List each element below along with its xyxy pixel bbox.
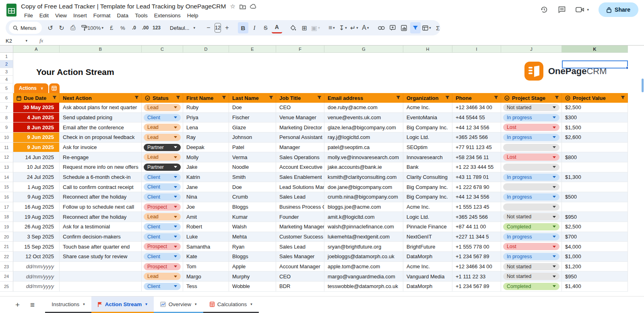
job-title-cell[interactable]: Sales Enablement [276, 172, 324, 182]
due-date-cell[interactable]: 9 Aug 2025 [13, 192, 60, 202]
version-history-icon[interactable] [540, 6, 548, 14]
phone-cell[interactable]: +12 3466 34 00 [452, 262, 501, 272]
organization-cell[interactable]: Bank [403, 162, 452, 172]
last-name-cell[interactable]: Fischer [229, 113, 276, 123]
organization-cell[interactable]: Acme Inc. [403, 262, 452, 272]
row-header-25[interactable]: 25 [0, 282, 13, 292]
last-name-cell[interactable]: Wobble [229, 282, 276, 292]
format-percent-button[interactable]: % [118, 22, 128, 33]
status-chip[interactable]: Client [144, 183, 181, 191]
project-value-cell[interactable] [562, 202, 628, 212]
row-header-4[interactable]: 4 [0, 76, 13, 83]
project-value-cell[interactable]: $1,000 [562, 252, 628, 262]
status-chip[interactable]: Client [144, 253, 181, 260]
phone-cell[interactable]: +1 555 123 45 [452, 202, 501, 212]
row-header-11[interactable]: 11 [0, 143, 13, 153]
row-header-15[interactable]: 15 [0, 182, 13, 192]
menu-insert[interactable]: Insert [70, 12, 90, 19]
email-cell[interactable]: sryan@brightfuture.org [324, 242, 403, 252]
status-chip[interactable]: Client [144, 174, 181, 181]
organization-cell[interactable]: Acme Inc. [403, 202, 452, 212]
row-header-24[interactable]: 24 [0, 272, 13, 282]
phone-cell[interactable]: +1 111 22 33 [452, 272, 501, 282]
chip-dropdown-arrow[interactable] [174, 116, 177, 118]
phone-cell[interactable]: +1 234 567 89 [452, 282, 501, 292]
due-date-cell[interactable]: 10 Jul 2025 [13, 162, 60, 172]
job-title-cell[interactable]: Founder [276, 212, 324, 222]
project-value-cell[interactable]: $4,000 [562, 242, 628, 252]
phone-cell[interactable]: +77 911 123 45 [452, 143, 501, 153]
table-header-organization[interactable]: Organization [403, 93, 452, 103]
next-action-cell[interactable]: Re-engage [60, 152, 142, 162]
sheet-tab-caret[interactable]: ▾ [145, 302, 147, 306]
job-title-cell[interactable]: Marketing Director [276, 122, 324, 133]
column-header-I[interactable]: I [452, 46, 501, 53]
row-header-5[interactable]: 5 [0, 83, 13, 93]
last-name-cell[interactable]: Smith [229, 172, 276, 182]
email-cell[interactable]: patel@seoptim.ca [324, 143, 403, 153]
last-name-cell[interactable]: Murphy [229, 272, 276, 282]
insert-chart-button[interactable] [399, 22, 409, 33]
status-chip[interactable]: Lead [144, 273, 181, 280]
chip-dropdown-arrow[interactable] [174, 176, 177, 178]
row-header-6[interactable]: 6 [0, 93, 13, 103]
sheet-tab-overview[interactable]: Overview▾ [154, 296, 203, 313]
vertical-scrollbar-thumb[interactable] [642, 79, 644, 92]
chip-dropdown-arrow[interactable] [553, 236, 556, 238]
last-name-cell[interactable]: Verma [229, 152, 276, 162]
status-chip[interactable]: Client [144, 114, 181, 121]
chip-dropdown-arrow[interactable] [174, 226, 177, 228]
first-name-cell[interactable]: Samantha [183, 242, 229, 252]
organization-cell[interactable]: Logic Ltd. [403, 133, 452, 143]
chip-dropdown-arrow[interactable] [174, 156, 177, 158]
chip-dropdown-arrow[interactable] [553, 156, 556, 158]
menu-data[interactable]: Data [114, 12, 132, 19]
job-title-cell[interactable]: Sales Lead [276, 242, 324, 252]
email-cell[interactable]: glaze.lena@bigcompany.com [324, 122, 403, 133]
phone-cell[interactable]: +44 12 34 556 [452, 192, 501, 202]
stage-chip[interactable] [503, 144, 559, 151]
last-name-cell[interactable]: Apple [229, 262, 276, 272]
first-name-cell[interactable]: Jake [183, 162, 229, 172]
horizontal-align-button[interactable]: ≡▾ [326, 22, 337, 33]
organization-cell[interactable]: SEOptim [403, 143, 452, 153]
chip-dropdown-arrow[interactable] [553, 246, 556, 248]
organization-cell[interactable]: Big Company Inc. [403, 182, 452, 192]
sheet-tab-actionstream[interactable]: Action Stream▾ [91, 296, 154, 313]
job-title-cell[interactable]: Manager [276, 143, 324, 153]
project-value-cell[interactable] [562, 143, 628, 153]
first-name-cell[interactable]: Kate [183, 252, 229, 262]
job-title-cell[interactable]: BDR [276, 282, 324, 292]
fill-handle[interactable] [626, 66, 628, 69]
column-header-K[interactable]: K [562, 46, 628, 53]
due-date-cell[interactable]: dd/mm/yyyy [13, 282, 60, 292]
organization-cell[interactable]: BrightFuture [403, 242, 452, 252]
meet-video-icon[interactable]: ▾ [576, 6, 589, 13]
email-cell[interactable]: ray.j@logicltd.com [324, 133, 403, 143]
email-cell[interactable]: venue@events.uk.com [324, 113, 403, 123]
google-sheets-icon[interactable] [6, 3, 17, 17]
italic-button[interactable]: I [249, 22, 260, 33]
menu-help[interactable]: Help [184, 12, 202, 19]
chip-dropdown-arrow[interactable] [553, 116, 556, 118]
row-header-9[interactable]: 9 [0, 122, 13, 133]
chip-dropdown-arrow[interactable] [553, 276, 556, 278]
last-name-cell[interactable]: Mehta [229, 232, 276, 242]
project-value-cell[interactable] [562, 162, 628, 172]
phone-cell[interactable]: +1 222 678 90 [452, 182, 501, 192]
filter-icon[interactable] [555, 95, 559, 101]
next-action-cell[interactable]: Send updated pricing [60, 113, 142, 123]
decrease-font-size-button[interactable]: − [203, 22, 214, 33]
project-value-cell[interactable]: $2,500 [562, 103, 628, 113]
email-cell[interactable]: doe.jane@bigcompany.com [324, 182, 403, 192]
organization-cell[interactable]: Pinnacle Finance [403, 222, 452, 232]
stage-chip[interactable]: In progress [503, 253, 559, 260]
text-color-button[interactable]: A [272, 22, 282, 33]
chip-dropdown-arrow[interactable] [174, 216, 177, 218]
stage-chip[interactable]: In progress [503, 233, 559, 240]
row-header-14[interactable]: 14 [0, 172, 13, 182]
phone-cell[interactable]: +227 11 344 5 [452, 232, 501, 242]
chip-dropdown-arrow[interactable] [174, 285, 177, 287]
organization-cell[interactable]: NextGenIT [403, 232, 452, 242]
email-cell[interactable]: crumb.nina@bigcompany.com [324, 192, 403, 202]
